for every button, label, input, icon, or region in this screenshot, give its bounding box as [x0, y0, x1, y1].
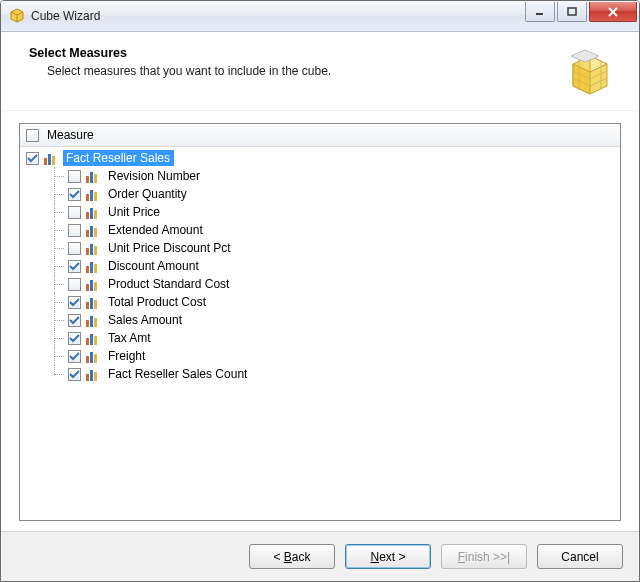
checkbox[interactable]	[68, 260, 81, 273]
tree-item-label[interactable]: Order Quantity	[105, 186, 191, 202]
tree-elbow	[48, 203, 68, 221]
measure-icon	[86, 259, 102, 273]
tree-header-label: Measure	[47, 128, 94, 142]
finish-button: Finish >>|	[441, 544, 527, 569]
tree-item-label[interactable]: Fact Reseller Sales Count	[105, 366, 251, 382]
measure-icon	[86, 295, 102, 309]
measure-icon	[86, 169, 102, 183]
tree-header[interactable]: Measure	[20, 124, 620, 147]
checkbox[interactable]	[68, 278, 81, 291]
tree-elbow	[48, 365, 68, 383]
checkbox[interactable]	[68, 368, 81, 381]
wizard-header: Select Measures Select measures that you…	[1, 32, 639, 111]
tree-item[interactable]: Tax Amt	[24, 329, 616, 347]
tree-item[interactable]: Product Standard Cost	[24, 275, 616, 293]
checkbox[interactable]	[68, 314, 81, 327]
tree-item-label[interactable]: Discount Amount	[105, 258, 203, 274]
app-icon	[9, 8, 25, 24]
tree-item[interactable]: Total Product Cost	[24, 293, 616, 311]
measure-icon	[86, 223, 102, 237]
minimize-button[interactable]	[525, 2, 555, 22]
back-button[interactable]: < Back	[249, 544, 335, 569]
measure-icon	[86, 313, 102, 327]
tree-elbow	[48, 221, 68, 239]
wizard-footer: < Back Next > Finish >>| Cancel	[1, 531, 639, 581]
tree-item[interactable]: Extended Amount	[24, 221, 616, 239]
checkbox[interactable]	[26, 152, 39, 165]
measure-icon	[86, 277, 102, 291]
tree-item-label[interactable]: Freight	[105, 348, 149, 364]
tree-body[interactable]: Fact Reseller SalesRevision NumberOrder …	[20, 147, 620, 520]
checkbox[interactable]	[68, 206, 81, 219]
measure-icon	[86, 349, 102, 363]
tree-item[interactable]: Order Quantity	[24, 185, 616, 203]
tree-item[interactable]: Revision Number	[24, 167, 616, 185]
close-button[interactable]	[589, 2, 637, 22]
checkbox[interactable]	[68, 242, 81, 255]
svg-rect-3	[568, 8, 576, 15]
page-subtitle: Select measures that you want to include…	[47, 64, 563, 78]
page-title: Select Measures	[29, 46, 563, 60]
cancel-button[interactable]: Cancel	[537, 544, 623, 569]
tree-item[interactable]: Sales Amount	[24, 311, 616, 329]
measure-tree[interactable]: Measure Fact Reseller SalesRevision Numb…	[19, 123, 621, 521]
checkbox[interactable]	[68, 332, 81, 345]
tree-item-label[interactable]: Extended Amount	[105, 222, 207, 238]
measure-icon	[86, 241, 102, 255]
cube-icon	[563, 46, 617, 100]
tree-item-label[interactable]: Tax Amt	[105, 330, 155, 346]
checkbox[interactable]	[68, 224, 81, 237]
wizard-window: Cube Wizard Select Measures Select measu…	[0, 0, 640, 582]
tree-item[interactable]: Fact Reseller Sales Count	[24, 365, 616, 383]
maximize-button[interactable]	[557, 2, 587, 22]
tree-elbow	[48, 185, 68, 203]
measure-icon	[86, 331, 102, 345]
measure-icon	[86, 205, 102, 219]
tree-item-label[interactable]: Revision Number	[105, 168, 204, 184]
tree-elbow	[48, 311, 68, 329]
header-checkbox[interactable]	[26, 129, 39, 142]
tree-item-label[interactable]: Unit Price Discount Pct	[105, 240, 235, 256]
checkbox[interactable]	[68, 188, 81, 201]
tree-item-label[interactable]: Total Product Cost	[105, 294, 210, 310]
tree-item-label[interactable]: Unit Price	[105, 204, 164, 220]
tree-group[interactable]: Fact Reseller Sales	[24, 149, 616, 167]
measure-icon	[86, 367, 102, 381]
tree-item[interactable]: Unit Price	[24, 203, 616, 221]
tree-item[interactable]: Unit Price Discount Pct	[24, 239, 616, 257]
tree-elbow	[48, 275, 68, 293]
tree-elbow	[48, 347, 68, 365]
checkbox[interactable]	[68, 350, 81, 363]
checkbox[interactable]	[68, 170, 81, 183]
tree-elbow	[48, 329, 68, 347]
measure-icon	[86, 187, 102, 201]
tree-elbow	[48, 293, 68, 311]
tree-elbow	[48, 239, 68, 257]
checkbox[interactable]	[68, 296, 81, 309]
tree-item-label[interactable]: Sales Amount	[105, 312, 186, 328]
titlebar: Cube Wizard	[1, 1, 639, 32]
window-title: Cube Wizard	[31, 9, 525, 23]
tree-elbow	[48, 167, 68, 185]
tree-group-label[interactable]: Fact Reseller Sales	[63, 150, 174, 166]
next-button[interactable]: Next >	[345, 544, 431, 569]
window-controls	[525, 2, 637, 22]
tree-elbow	[48, 257, 68, 275]
tree-item-label[interactable]: Product Standard Cost	[105, 276, 233, 292]
wizard-body: Measure Fact Reseller SalesRevision Numb…	[1, 111, 639, 531]
measure-icon	[44, 151, 60, 165]
tree-item[interactable]: Freight	[24, 347, 616, 365]
tree-item[interactable]: Discount Amount	[24, 257, 616, 275]
